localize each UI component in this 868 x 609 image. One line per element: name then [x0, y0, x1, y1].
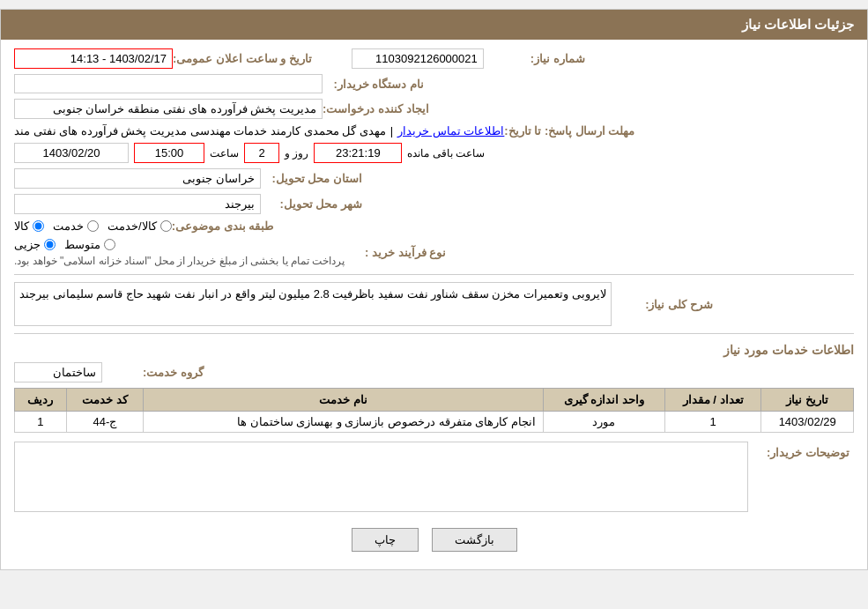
service-group-row: گروه خدمت: ساختمان — [14, 362, 854, 382]
contact-info-link[interactable]: اطلاعات تماس خریدار — [397, 124, 504, 137]
cell-unit: مورد — [543, 412, 664, 433]
service-group-value: ساختمان — [14, 362, 102, 382]
need-number-row: شماره نیاز: 1103092126000021 تاریخ و ساع… — [14, 48, 854, 69]
need-number-label: شماره نیاز: — [484, 52, 590, 65]
response-deadline-label: مهلت ارسال پاسخ: تا تاریخ: — [504, 124, 639, 137]
days-value: 2 — [244, 143, 279, 163]
cell-quantity: 1 — [664, 412, 760, 433]
description-label: شرح کلی نیاز: — [612, 298, 717, 311]
back-button[interactable]: بازگشت — [432, 528, 517, 552]
buyer-station-row: نام دستگاه خریدار: — [14, 74, 854, 93]
province-value: خراسان جنوبی — [14, 168, 261, 189]
col-service-code: کد خدمت — [66, 389, 143, 412]
buyer-description-label: توضیحات خریدار: — [748, 442, 854, 459]
requester-value: مدیریت پخش فرآورده های نفتی منطقه خراسان… — [14, 99, 323, 119]
time-label: ساعت — [210, 147, 239, 160]
remaining-label: ساعت باقی مانده — [407, 147, 485, 160]
service-group-label: گروه خدمت: — [102, 366, 208, 379]
purchase-jozei-option[interactable]: جزیی — [14, 238, 56, 251]
cell-row-num: 1 — [15, 412, 67, 433]
buyer-station-value — [14, 74, 323, 93]
contact-row: مهلت ارسال پاسخ: تا تاریخ: اطلاعات تماس … — [14, 124, 854, 137]
response-date-value: 1403/02/20 — [14, 143, 129, 163]
service-info-title: اطلاعات خدمات مورد نیاز — [14, 343, 854, 357]
city-value: بیرجند — [14, 194, 261, 214]
category-kala-label: کالا — [14, 219, 29, 233]
purchase-notice: پرداخت تمام یا بخشی از مبلغ خریدار از مح… — [14, 255, 345, 267]
city-row: شهر محل تحویل: بیرجند — [14, 194, 854, 214]
days-label: روز و — [285, 147, 308, 160]
service-table: تاریخ نیاز تعداد / مقدار واحد اندازه گیر… — [14, 388, 854, 433]
col-service-name: نام خدمت — [144, 389, 544, 412]
purchase-motasat-label: متوسط — [64, 238, 100, 251]
announcement-date-label: تاریخ و ساعت اعلان عمومی: — [173, 52, 316, 65]
category-label: طبقه بندی موضوعی: — [172, 219, 278, 233]
purchase-jozei-radio[interactable] — [44, 239, 56, 250]
category-kala-khedmat-label: کالا/خدمت — [108, 219, 157, 233]
category-kala-option[interactable]: کالا — [14, 219, 44, 233]
category-kala-khedmat-radio[interactable] — [160, 220, 172, 232]
cell-service-code: ج-44 — [66, 412, 143, 433]
purchase-motasat-radio[interactable] — [104, 239, 115, 250]
description-value: لایروبی وتعمیرات مخزن سقف شناور نفت سفید… — [14, 282, 612, 326]
purchase-jozei-label: جزیی — [14, 238, 41, 251]
purchase-type-label: نوع فرآیند خرید : — [345, 246, 450, 259]
col-unit: واحد اندازه گیری — [543, 389, 664, 412]
province-label: استان محل تحویل: — [261, 172, 367, 185]
description-row: شرح کلی نیاز: لایروبی وتعمیرات مخزن سقف … — [14, 282, 854, 326]
page-title: جزئیات اطلاعات نیاز — [742, 17, 854, 32]
print-button[interactable]: چاپ — [352, 528, 419, 552]
remaining-time-value: 23:21:19 — [314, 143, 402, 163]
requester-row: ایجاد کننده درخواست: مدیریت پخش فرآورده … — [14, 99, 854, 119]
purchase-motasat-option[interactable]: متوسط — [64, 238, 115, 251]
col-date: تاریخ نیاز — [761, 389, 854, 412]
buyer-station-label: نام دستگاه خریدار: — [323, 78, 428, 91]
requester-label: ایجاد کننده درخواست: — [323, 102, 434, 115]
category-row: طبقه بندی موضوعی: کالا/خدمت خدمت کالا — [14, 219, 854, 233]
response-time-value: 15:00 — [134, 143, 204, 163]
category-khedmat-option[interactable]: خدمت — [53, 219, 99, 233]
category-khedmat-label: خدمت — [53, 219, 84, 233]
need-number-value: 1103092126000021 — [352, 48, 484, 69]
table-row: 1403/02/29 1 مورد انجام کارهای متفرقه در… — [15, 412, 854, 433]
province-row: استان محل تحویل: خراسان جنوبی — [14, 168, 854, 189]
col-row-num: ردیف — [15, 389, 67, 412]
purchase-type-row: نوع فرآیند خرید : متوسط جزیی پرداخت تمام… — [14, 238, 854, 267]
bottom-buttons: بازگشت چاپ — [14, 528, 854, 552]
city-label: شهر محل تحویل: — [261, 197, 367, 211]
cell-service-name: انجام کارهای متفرقه درخصوص بازسازی و بهس… — [144, 412, 544, 433]
category-khedmat-radio[interactable] — [87, 220, 99, 232]
announcement-date-value: 1403/02/17 - 14:13 — [14, 48, 173, 69]
contact-person-value: مهدی گل محمدی کارمند خدمات مهندسی مدیریت… — [14, 124, 386, 137]
buyer-description-row: توضیحات خریدار: — [14, 442, 854, 515]
category-kala-radio[interactable] — [33, 220, 44, 232]
col-quantity: تعداد / مقدار — [664, 389, 760, 412]
category-kala-khedmat-option[interactable]: کالا/خدمت — [108, 219, 172, 233]
page-header: جزئیات اطلاعات نیاز — [1, 10, 867, 40]
buyer-description-textarea[interactable] — [14, 442, 748, 512]
cell-date: 1403/02/29 — [761, 412, 854, 433]
response-deadline-row: ساعت باقی مانده 23:21:19 روز و 2 ساعت 15… — [14, 143, 854, 163]
